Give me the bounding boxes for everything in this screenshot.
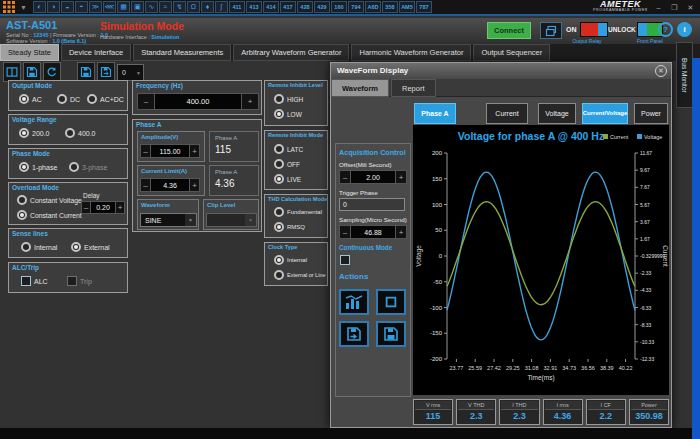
tab-report[interactable]: Report [391, 79, 436, 97]
contrast-icon[interactable]: ◑ [47, 1, 60, 13]
output-relay-toggle[interactable] [580, 22, 608, 37]
increment-button[interactable]: + [189, 144, 200, 158]
decrement-button[interactable]: – [137, 93, 155, 110]
decrement-button[interactable]: – [140, 144, 151, 158]
scope-icon[interactable]: ◓ [75, 1, 88, 13]
trigger-phase-input[interactable]: 0 [339, 198, 405, 211]
tab-steady-state[interactable]: Steady State [0, 44, 59, 61]
info-button[interactable]: i [677, 22, 692, 37]
radio-latc[interactable]: LATC [274, 144, 303, 154]
decrement-button[interactable]: – [81, 201, 91, 214]
increment-button[interactable]: + [115, 201, 125, 214]
tab-bus-monitor[interactable]: Bus Monitor [676, 42, 693, 108]
delay-value[interactable]: 0.20 [91, 201, 115, 214]
decrement-button[interactable]: – [339, 225, 351, 239]
step-icon[interactable]: ≫ [89, 1, 102, 13]
tab-waveform[interactable]: Waveform [331, 79, 389, 97]
instrument-button-A6D[interactable]: A6D [365, 1, 381, 13]
increment-button[interactable]: + [241, 93, 259, 110]
radio-sense-external[interactable]: External [71, 242, 110, 252]
export-preset-button[interactable] [97, 62, 115, 82]
refresh-button[interactable] [43, 62, 61, 82]
integral-icon[interactable]: ∫ [215, 1, 228, 13]
instrument-button-414[interactable]: 414 [263, 1, 279, 13]
ohm-icon[interactable]: Ω [187, 1, 200, 13]
view-button-power[interactable]: Power [634, 103, 668, 124]
radio-ac-dc[interactable]: AC+DC [87, 94, 124, 104]
minimize-button[interactable]: – [652, 2, 665, 13]
increment-button[interactable]: + [189, 178, 200, 192]
meter-icon[interactable]: ◐ [33, 1, 46, 13]
instrument-button-417[interactable]: 417 [280, 1, 296, 13]
radio-constant-voltage[interactable]: Constant Voltage [17, 195, 82, 205]
instrument-button-794[interactable]: 794 [348, 1, 364, 13]
export-data-button[interactable] [339, 321, 369, 347]
instrument-button-413[interactable]: 413 [246, 1, 262, 13]
instrument-button-787[interactable]: 787 [416, 1, 432, 13]
wave-icon[interactable]: ≈ [159, 1, 172, 13]
tab-output-sequencer[interactable]: Output Sequencer [473, 44, 550, 61]
app-grid-icon[interactable] [3, 1, 15, 13]
radio-off[interactable]: OFF [274, 159, 300, 169]
radio-high[interactable]: HIGH [274, 94, 303, 104]
maximize-button[interactable]: ❒ [668, 2, 681, 13]
save-data-button[interactable] [376, 321, 406, 347]
radio-ac[interactable]: AC [19, 94, 42, 104]
decrement-button[interactable]: – [339, 170, 351, 184]
window-title-bar[interactable]: WaveForm Display ✕ [331, 63, 671, 79]
tab-arbitrary-waveform-generator[interactable]: Arbitrary Waveform Generator [233, 44, 349, 61]
radio-clock-internal[interactable]: Internal [274, 255, 307, 265]
ramp-icon[interactable]: ⋘ [103, 1, 116, 13]
gauge-icon[interactable]: ◒ [61, 1, 74, 13]
stop-button[interactable] [376, 289, 406, 315]
display-icon[interactable]: ▣ [131, 1, 144, 13]
offset-value[interactable]: 2.00 [351, 170, 395, 184]
radio-rmsq[interactable]: RMSQ [274, 222, 305, 232]
radio-low[interactable]: LOW [274, 109, 302, 119]
radio-fundamental[interactable]: Fundamental [274, 207, 322, 217]
increment-button[interactable]: + [395, 170, 407, 184]
sine-icon[interactable]: ∿ [145, 1, 158, 13]
layout-button[interactable] [3, 62, 21, 82]
chevron-down-icon[interactable]: ▼ [20, 4, 27, 11]
amplitude-value[interactable]: 115.00 [151, 144, 189, 158]
alc-checkbox[interactable]: ALC [21, 276, 48, 286]
diamond-icon[interactable]: ♦ [201, 1, 214, 13]
tab-device-interface[interactable]: Device Interface [61, 44, 131, 61]
current-limit-value[interactable]: 4.36 [151, 178, 189, 192]
decrement-button[interactable]: – [140, 178, 151, 192]
waveform-select[interactable]: SINE ▼ [140, 213, 197, 227]
instrument-button-411[interactable]: 411 [229, 1, 245, 13]
radio-sense-internal[interactable]: Internal [21, 242, 57, 252]
radio-constant-current[interactable]: Constant Current [17, 210, 82, 220]
instrument-button-428[interactable]: 428 [297, 1, 313, 13]
instrument-button-358[interactable]: 358 [382, 1, 398, 13]
view-button-current-voltage[interactable]: Current/Voltage [582, 103, 628, 124]
increment-button[interactable]: + [395, 225, 407, 239]
radio-clock-external[interactable]: External or Line [274, 270, 326, 280]
restore-layout-button[interactable] [540, 22, 562, 39]
radio-live[interactable]: LIVE [274, 174, 301, 184]
frequency-value[interactable]: 400.00 [155, 93, 241, 110]
close-button[interactable]: ✕ [684, 2, 697, 13]
connect-button[interactable]: Connect [487, 22, 531, 39]
radio-dc[interactable]: DC [57, 94, 80, 104]
radio-3-phase[interactable]: 3-phase [69, 162, 107, 172]
save-button[interactable] [23, 62, 41, 82]
view-button-current[interactable]: Current [486, 103, 528, 124]
view-button-voltage[interactable]: Voltage [538, 103, 576, 124]
trip-checkbox[interactable]: Trip [67, 276, 92, 286]
instrument-button-429[interactable]: 429 [314, 1, 330, 13]
radio-200[interactable]: 200.0 [19, 128, 50, 138]
continuous-mode-checkbox[interactable] [340, 255, 350, 265]
save-preset-button[interactable] [77, 62, 95, 82]
bolt-icon[interactable]: ↯ [173, 1, 186, 13]
acquire-waveform-button[interactable] [339, 289, 369, 315]
tab-standard-measurements[interactable]: Standard Measurements [133, 44, 231, 61]
instrument-button-AM5[interactable]: AM5 [399, 1, 415, 13]
radio-1-phase[interactable]: 1-phase [19, 162, 57, 172]
preset-select[interactable]: 0 ▼ [117, 64, 144, 81]
instrument-button-160[interactable]: 160 [331, 1, 347, 13]
tab-harmonic-waveform-generator[interactable]: Harmonic Waveform Generator [351, 44, 471, 61]
view-button-phase-a[interactable]: Phase A [414, 103, 456, 124]
